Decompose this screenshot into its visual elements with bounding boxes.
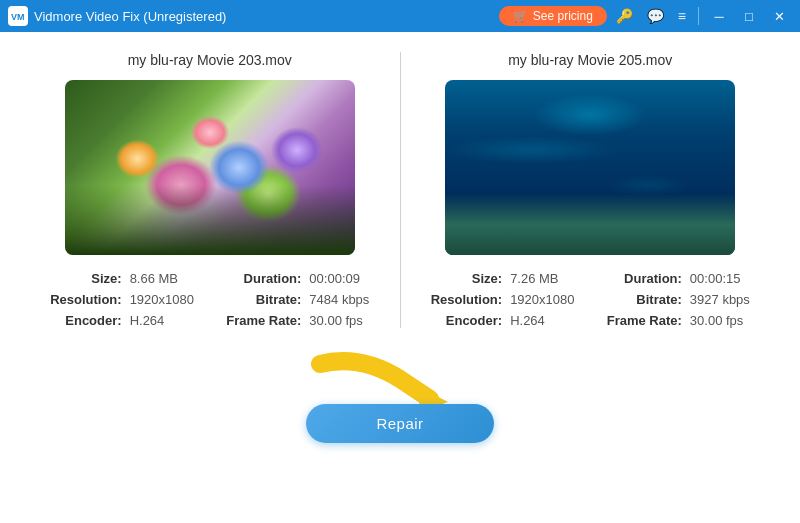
- right-panel: my blu-ray Movie 205.mov Size: 7.26 MB D…: [411, 52, 771, 328]
- panels-container: my blu-ray Movie 203.mov Size: 8.66 MB D…: [30, 52, 770, 328]
- app-logo: VM: [8, 6, 28, 26]
- see-pricing-label: See pricing: [533, 9, 593, 23]
- right-info-grid: Size: 7.26 MB Duration: 00:00:15 Resolut…: [411, 271, 771, 328]
- chat-button[interactable]: 💬: [642, 5, 669, 27]
- left-resolution-value: 1920x1080: [130, 292, 206, 307]
- chat-icon: 💬: [647, 8, 664, 24]
- left-panel-title: my blu-ray Movie 203.mov: [128, 52, 292, 68]
- left-bitrate-value: 7484 kbps: [309, 292, 381, 307]
- left-resolution-label: Resolution:: [38, 292, 122, 307]
- main-content: my blu-ray Movie 203.mov Size: 8.66 MB D…: [0, 32, 800, 523]
- repair-button[interactable]: Repair: [306, 404, 493, 443]
- left-framerate-label: Frame Rate:: [214, 313, 301, 328]
- key-button[interactable]: 🔑: [611, 5, 638, 27]
- close-button[interactable]: ✕: [766, 3, 792, 29]
- titlebar: VM Vidmore Video Fix (Unregistered) 🛒 Se…: [0, 0, 800, 32]
- key-icon: 🔑: [616, 8, 633, 24]
- left-panel: my blu-ray Movie 203.mov Size: 8.66 MB D…: [30, 52, 390, 328]
- right-panel-title: my blu-ray Movie 205.mov: [508, 52, 672, 68]
- right-resolution-label: Resolution:: [419, 292, 503, 307]
- ocean-image: [445, 80, 735, 255]
- cart-icon: 🛒: [513, 9, 528, 23]
- svg-text:VM: VM: [11, 12, 25, 22]
- titlebar-actions: 🛒 See pricing 🔑 💬 ≡ ─ □ ✕: [499, 3, 792, 29]
- left-encoder-value: H.264: [130, 313, 206, 328]
- right-video-thumbnail: [445, 80, 735, 255]
- left-encoder-label: Encoder:: [38, 313, 122, 328]
- close-icon: ✕: [774, 9, 785, 24]
- maximize-icon: □: [745, 9, 753, 24]
- app-title: Vidmore Video Fix (Unregistered): [34, 9, 499, 24]
- right-duration-value: 00:00:15: [690, 271, 762, 286]
- right-bitrate-label: Bitrate:: [595, 292, 682, 307]
- left-duration-value: 00:00:09: [309, 271, 381, 286]
- right-encoder-value: H.264: [510, 313, 586, 328]
- minimize-icon: ─: [714, 9, 723, 24]
- left-duration-label: Duration:: [214, 271, 301, 286]
- right-encoder-label: Encoder:: [419, 313, 503, 328]
- right-framerate-value: 30.00 fps: [690, 313, 762, 328]
- repair-label: Repair: [376, 415, 423, 432]
- right-size-value: 7.26 MB: [510, 271, 586, 286]
- see-pricing-button[interactable]: 🛒 See pricing: [499, 6, 607, 26]
- right-resolution-value: 1920x1080: [510, 292, 586, 307]
- left-info-grid: Size: 8.66 MB Duration: 00:00:09 Resolut…: [30, 271, 390, 328]
- right-size-label: Size:: [419, 271, 503, 286]
- menu-button[interactable]: ≡: [673, 5, 691, 27]
- left-size-value: 8.66 MB: [130, 271, 206, 286]
- right-duration-label: Duration:: [595, 271, 682, 286]
- left-size-label: Size:: [38, 271, 122, 286]
- left-video-thumbnail: [65, 80, 355, 255]
- right-bitrate-value: 3927 kbps: [690, 292, 762, 307]
- bottom-section: Repair: [30, 344, 770, 443]
- left-framerate-value: 30.00 fps: [309, 313, 381, 328]
- panel-divider: [400, 52, 401, 328]
- maximize-button[interactable]: □: [736, 3, 762, 29]
- menu-icon: ≡: [678, 8, 686, 24]
- titlebar-separator: [698, 7, 699, 25]
- flowers-image: [65, 80, 355, 255]
- right-framerate-label: Frame Rate:: [595, 313, 682, 328]
- minimize-button[interactable]: ─: [706, 3, 732, 29]
- left-bitrate-label: Bitrate:: [214, 292, 301, 307]
